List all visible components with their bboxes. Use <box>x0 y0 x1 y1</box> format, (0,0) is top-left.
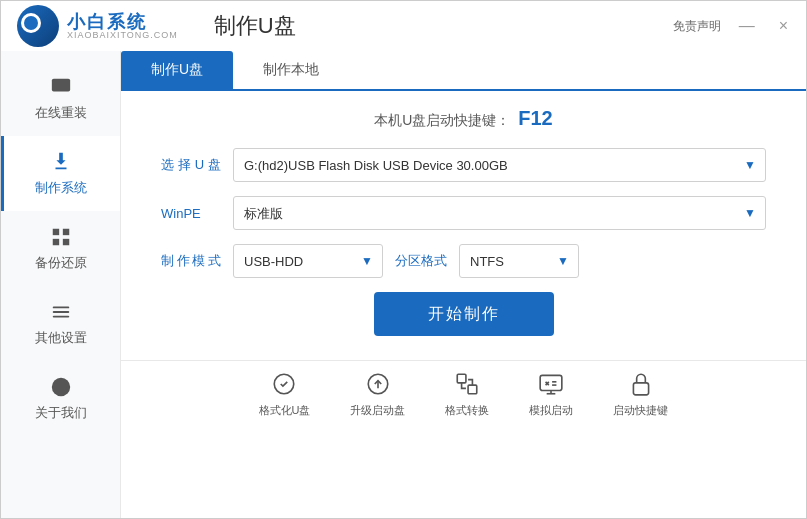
logo-sub: XIAOBAIXITONG.COM <box>67 31 178 40</box>
upload-icon <box>363 369 393 399</box>
sidebar-item-other-settings[interactable]: 其他设置 <box>1 286 120 361</box>
title-bar: 小白系统 XIAOBAIXITONG.COM 制作U盘 免责声明 — × <box>1 1 806 51</box>
winpe-control: 标准版 ▼ <box>233 196 766 230</box>
tool-boot-shortcut[interactable]: 启动快捷键 <box>613 369 668 418</box>
shortcut-prefix: 本机U盘启动快捷键： <box>374 112 510 128</box>
sidebar-label-other-settings: 其他设置 <box>35 329 87 347</box>
tab-bar: 制作U盘 制作本地 <box>121 51 806 91</box>
tool-format-convert-label: 格式转换 <box>445 403 489 418</box>
close-button[interactable]: × <box>773 16 794 36</box>
form-area: 本机U盘启动快捷键： F12 选择U盘 G:(hd2)USB Flash Dis… <box>121 91 806 360</box>
title-bar-left: 小白系统 XIAOBAIXITONG.COM 制作U盘 <box>1 5 296 47</box>
select-usb-row: 选择U盘 G:(hd2)USB Flash Disk USB Device 30… <box>161 148 766 182</box>
mode-partition-row: 制作模式 USB-HDD ▼ 分区格式 NTFS ▼ <box>161 244 766 278</box>
partition-label: 分区格式 <box>395 252 447 270</box>
svg-rect-16 <box>469 385 478 394</box>
bottom-toolbar: 格式化U盘 升级启动盘 格式转换 模拟启动 <box>121 360 806 422</box>
page-title: 制作U盘 <box>214 11 296 41</box>
sidebar-item-about-us[interactable]: 关于我们 <box>1 361 120 436</box>
tab-make-local[interactable]: 制作本地 <box>233 51 349 89</box>
main-layout: 在线重装 制作系统 备份还原 其他设置 关于我们 <box>1 51 806 519</box>
usb-icon <box>49 150 73 174</box>
winpe-label: WinPE <box>161 206 221 221</box>
desktop-icon <box>536 369 566 399</box>
select-usb-label: 选择U盘 <box>161 156 221 174</box>
sidebar-label-make-system: 制作系统 <box>35 179 87 197</box>
svg-rect-15 <box>458 374 467 383</box>
logo-name: 小白系统 <box>67 13 178 31</box>
select-usb-dropdown[interactable]: G:(hd2)USB Flash Disk USB Device 30.00GB <box>233 148 766 182</box>
settings-icon <box>49 300 73 324</box>
convert-icon <box>452 369 482 399</box>
logo-area: 小白系统 XIAOBAIXITONG.COM <box>1 5 194 47</box>
svg-rect-17 <box>541 375 563 390</box>
title-bar-right: 免责声明 — × <box>673 16 794 36</box>
sidebar-label-backup-restore: 备份还原 <box>35 254 87 272</box>
svg-rect-6 <box>52 307 69 309</box>
tool-format-convert[interactable]: 格式转换 <box>445 369 489 418</box>
svg-rect-2 <box>52 229 58 235</box>
mode-control: USB-HDD ▼ <box>233 244 383 278</box>
svg-rect-24 <box>633 383 648 395</box>
tool-upgrade-boot[interactable]: 升级启动盘 <box>350 369 405 418</box>
lock-icon <box>626 369 656 399</box>
sidebar-label-about-us: 关于我们 <box>35 404 87 422</box>
content-area: 制作U盘 制作本地 本机U盘启动快捷键： F12 选择U盘 G:(hd2)USB… <box>121 51 806 519</box>
minimize-button[interactable]: — <box>733 16 761 36</box>
svg-rect-8 <box>52 316 69 318</box>
sidebar-label-online-reinstall: 在线重装 <box>35 104 87 122</box>
mode-dropdown[interactable]: USB-HDD <box>233 244 383 278</box>
partition-dropdown[interactable]: NTFS <box>459 244 579 278</box>
shortcut-notice: 本机U盘启动快捷键： F12 <box>161 107 766 130</box>
disclaimer-link[interactable]: 免责声明 <box>673 18 721 35</box>
select-usb-control: G:(hd2)USB Flash Disk USB Device 30.00GB… <box>233 148 766 182</box>
tab-make-usb[interactable]: 制作U盘 <box>121 51 233 89</box>
sidebar-item-make-system[interactable]: 制作系统 <box>1 136 120 211</box>
check-circle-icon <box>269 369 299 399</box>
tool-simulate-boot[interactable]: 模拟启动 <box>529 369 573 418</box>
logo-icon <box>17 5 59 47</box>
tool-upgrade-boot-label: 升级启动盘 <box>350 403 405 418</box>
svg-rect-0 <box>51 79 69 92</box>
tool-boot-shortcut-label: 启动快捷键 <box>613 403 668 418</box>
partition-control: NTFS ▼ <box>459 244 579 278</box>
tool-format-usb[interactable]: 格式化U盘 <box>259 369 311 418</box>
sidebar-item-online-reinstall[interactable]: 在线重装 <box>1 61 120 136</box>
logo-text: 小白系统 XIAOBAIXITONG.COM <box>67 13 178 40</box>
svg-rect-3 <box>62 229 68 235</box>
svg-point-9 <box>51 378 69 396</box>
svg-rect-5 <box>62 239 68 245</box>
shortcut-key: F12 <box>518 107 552 129</box>
grid-icon <box>49 225 73 249</box>
tool-simulate-boot-label: 模拟启动 <box>529 403 573 418</box>
svg-rect-7 <box>52 311 69 313</box>
mode-label: 制作模式 <box>161 252 221 270</box>
info-icon <box>49 375 73 399</box>
svg-rect-4 <box>52 239 58 245</box>
winpe-row: WinPE 标准版 ▼ <box>161 196 766 230</box>
winpe-dropdown[interactable]: 标准版 <box>233 196 766 230</box>
sidebar-item-backup-restore[interactable]: 备份还原 <box>1 211 120 286</box>
start-button[interactable]: 开始制作 <box>374 292 554 336</box>
monitor-icon <box>49 75 73 99</box>
tool-format-usb-label: 格式化U盘 <box>259 403 311 418</box>
sidebar: 在线重装 制作系统 备份还原 其他设置 关于我们 <box>1 51 121 519</box>
